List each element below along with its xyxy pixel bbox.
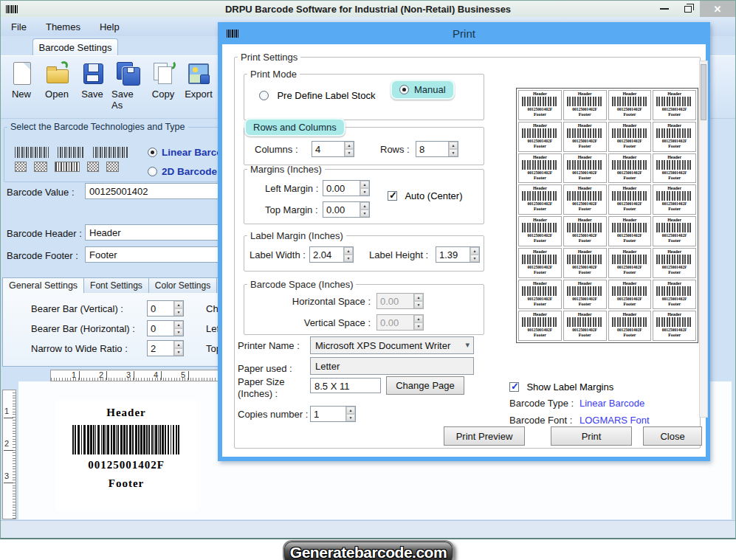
spin-up-icon: ▲ <box>414 294 423 301</box>
menu-file[interactable]: File <box>11 21 27 32</box>
barcode-footer-label: Barcode Footer : <box>7 250 78 261</box>
minimize-button[interactable] <box>653 1 676 17</box>
label-barcode-bars <box>567 286 603 296</box>
label-width-spinner[interactable]: 2.04▲▼ <box>309 246 354 263</box>
barcode-font-value[interactable]: LOGMARS Font <box>579 415 650 426</box>
window-title: DRPU Barcode Software for Industrial (No… <box>1 4 735 15</box>
toolbar-copy-button[interactable]: Copy <box>147 61 179 114</box>
spin-up-icon[interactable]: ▲ <box>449 142 458 149</box>
scrollbar-thumb[interactable] <box>701 64 706 120</box>
preview-scrollbar[interactable] <box>699 61 708 418</box>
tab-color-settings[interactable]: Color Settings <box>149 277 217 294</box>
2d-barcode-icon[interactable] <box>15 162 27 172</box>
label-barcode-bars <box>522 97 558 106</box>
spin-up-icon[interactable]: ▲ <box>346 407 355 414</box>
radio-predefine-label-stock[interactable]: Pre Define Label Stock <box>259 89 375 102</box>
tab-font-settings[interactable]: Font Settings <box>84 277 149 294</box>
label-width-label: Label Width : <box>250 249 306 260</box>
barcode-type-value[interactable]: Linear Barcode <box>579 398 644 409</box>
print-preview-button[interactable]: Print Preview <box>444 426 525 446</box>
columns-spinner[interactable]: 4▲▼ <box>312 141 354 157</box>
auto-center-checkbox[interactable]: Auto (Center) <box>388 189 463 202</box>
printer-name-dropdown[interactable]: Microsoft XPS Document Writer <box>310 336 474 354</box>
preview-label-cell: Header00125001402FFooter <box>518 311 562 341</box>
spin-up-icon[interactable]: ▲ <box>470 247 479 255</box>
label-barcode-bars <box>522 191 558 201</box>
barcode-design-preview[interactable]: Header 00125001402F Footer <box>55 401 197 510</box>
print-dialog: Print Print Settings Print Mode Pre Defi… <box>218 22 710 461</box>
toolbar-saveas-button[interactable]: Save As <box>111 61 144 114</box>
dialog-title-bar[interactable]: Print <box>218 22 710 44</box>
spin-down-icon[interactable]: ▼ <box>449 149 458 156</box>
preview-label-cell: Header00125001402FFooter <box>653 153 696 184</box>
rows-spinner[interactable]: 8▲▼ <box>416 141 458 157</box>
top-margin-spinner[interactable]: 0.00▲▼ <box>323 201 370 218</box>
left-margin-label: Left Margin : <box>265 183 318 194</box>
2d-barcode-icon[interactable] <box>106 162 119 172</box>
spin-down-icon[interactable]: ▼ <box>174 328 183 336</box>
close-window-button[interactable]: ✕ <box>700 1 735 17</box>
spin-up-icon[interactable]: ▲ <box>360 202 369 210</box>
paper-size-label: Paper Size (Inches) : <box>238 376 301 400</box>
label-barcode-bars <box>522 255 558 264</box>
spin-up-icon[interactable]: ▲ <box>360 181 369 188</box>
spin-up-icon[interactable]: ▲ <box>174 301 183 308</box>
restore-button[interactable] <box>676 1 700 17</box>
vertical-ruler: 123 <box>2 390 16 519</box>
narrow-wide-ratio-spinner[interactable]: 2▲▼ <box>147 340 184 356</box>
ruler-number: 2 <box>99 370 103 379</box>
spin-down-icon[interactable]: ▼ <box>346 414 355 421</box>
toolbar-new-button[interactable]: New <box>5 61 38 114</box>
ruler-number: 1 <box>72 370 76 379</box>
linear-barcode-icon[interactable] <box>15 147 49 158</box>
radio-icon <box>148 167 157 176</box>
print-button[interactable]: Print <box>551 426 632 446</box>
paper-size-field[interactable]: 8.5 X 11 <box>310 378 381 393</box>
linear-barcode-icon[interactable] <box>93 147 128 158</box>
menu-themes[interactable]: Themes <box>46 21 80 32</box>
spin-up-icon[interactable]: ▲ <box>174 321 183 328</box>
change-page-button[interactable]: Change Page <box>386 376 464 395</box>
spin-down-icon[interactable]: ▼ <box>344 255 353 262</box>
rows-columns-tab[interactable]: Rows and Columns <box>244 118 345 136</box>
print-settings-legend: Print Settings <box>238 52 300 63</box>
menu-help[interactable]: Help <box>100 21 120 32</box>
spin-up-icon[interactable]: ▲ <box>174 341 183 348</box>
spin-up-icon[interactable]: ▲ <box>344 247 353 255</box>
copies-spinner[interactable]: 1▲▼ <box>310 406 356 422</box>
barcode-type-label: Barcode Type : <box>509 398 574 409</box>
radio-manual[interactable]: Manual <box>391 80 455 100</box>
spin-down-icon[interactable]: ▼ <box>360 188 369 196</box>
toolbar-save-button[interactable]: Save <box>76 61 109 114</box>
label-height-spinner[interactable]: 1.39▲▼ <box>436 246 480 263</box>
bearer-vertical-spinner[interactable]: 0▲▼ <box>147 300 184 317</box>
save-icon <box>80 61 105 86</box>
bearer-horizontal-spinner[interactable]: 0▲▼ <box>147 320 184 336</box>
preview-label-cell: Header00125001402FFooter <box>563 248 607 278</box>
toolbar-label: Open <box>45 89 69 100</box>
radio-2d-barcode[interactable]: 2D Barcode <box>148 165 217 178</box>
title-bar: DRPU Barcode Software for Industrial (No… <box>1 1 735 17</box>
toolbar-open-button[interactable]: Open <box>41 61 73 114</box>
preview-label-cell: Header00125001402FFooter <box>518 248 562 278</box>
spin-up-icon[interactable]: ▲ <box>345 142 354 149</box>
spin-down-icon[interactable]: ▼ <box>470 255 479 262</box>
2d-barcode-icon[interactable] <box>55 162 80 172</box>
2d-barcode-icon[interactable] <box>87 162 99 172</box>
tab-barcode-settings[interactable]: Barcode Settings <box>32 38 118 55</box>
2d-barcode-icon[interactable] <box>34 162 47 172</box>
preview-label-cell: Header00125001402FFooter <box>608 216 652 246</box>
label-barcode-bars <box>522 128 558 138</box>
tab-general-settings[interactable]: General Settings <box>2 277 84 294</box>
show-label-margins-checkbox[interactable]: Show Label Margins <box>509 380 613 393</box>
minimize-icon <box>660 8 669 10</box>
spin-down-icon[interactable]: ▼ <box>345 149 354 156</box>
spin-down-icon[interactable]: ▼ <box>174 348 183 356</box>
spin-down-icon[interactable]: ▼ <box>174 308 183 316</box>
close-button[interactable]: Close <box>643 426 702 446</box>
linear-barcode-icon[interactable] <box>58 147 84 158</box>
toolbar-export-button[interactable]: Export <box>182 61 215 114</box>
preview-label-cell: Header00125001402FFooter <box>563 90 607 120</box>
spin-down-icon[interactable]: ▼ <box>360 210 369 217</box>
left-margin-spinner[interactable]: 0.00▲▼ <box>323 180 370 196</box>
